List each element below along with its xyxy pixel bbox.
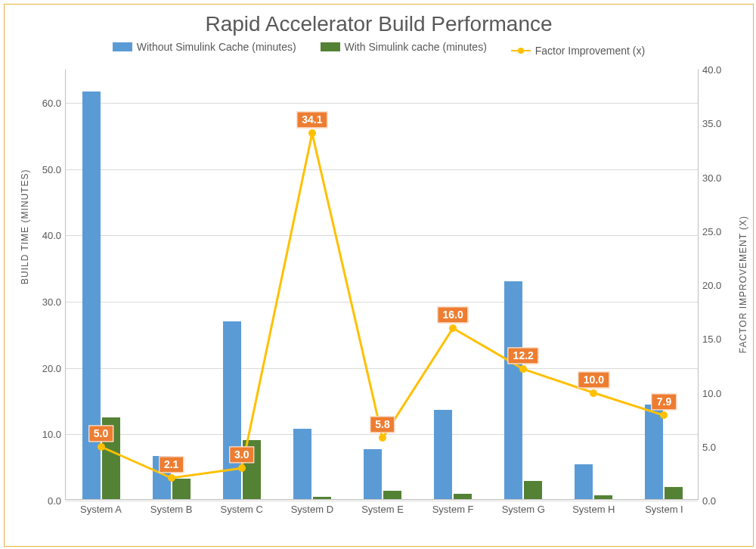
legend-item-factor: Factor Improvement (x)	[511, 45, 645, 57]
legend-item-without: Without Simulink Cache (minutes)	[113, 41, 296, 53]
plot-area: 0.010.020.030.040.050.060.00.05.010.015.…	[65, 69, 699, 500]
chart-title: Rapid Accelerator Build Performance	[5, 12, 753, 36]
swatch-with	[321, 42, 340, 51]
y-tick-right: 40.0	[702, 64, 733, 76]
factor-marker	[168, 474, 175, 482]
swatch-without	[113, 42, 132, 51]
factor-data-label: 10.0	[578, 371, 609, 388]
legend-label-without: Without Simulink Cache (minutes)	[137, 41, 296, 53]
legend: Without Simulink Cache (minutes) With Si…	[5, 41, 753, 57]
x-tick: System A	[80, 504, 122, 515]
factor-data-label: 7.9	[652, 394, 677, 411]
factor-data-label: 34.1	[296, 111, 327, 128]
factor-data-label: 5.8	[370, 417, 395, 433]
x-tick: System D	[291, 504, 333, 515]
x-tick: System B	[150, 504, 193, 515]
factor-marker	[308, 129, 316, 137]
y-axis-left-label: BUILD TIME (MINUTES)	[20, 169, 30, 284]
y-tick-left: 60.0	[31, 97, 61, 108]
x-tick: System E	[361, 504, 404, 515]
gridline	[66, 501, 698, 501]
factor-marker	[98, 443, 105, 451]
legend-label-factor: Factor Improvement (x)	[535, 45, 645, 57]
factor-data-label: 5.0	[88, 425, 113, 442]
factor-marker	[590, 389, 597, 397]
x-tick: System C	[221, 504, 263, 515]
factor-marker	[238, 464, 246, 472]
x-tick: System H	[572, 504, 615, 515]
y-tick-right: 20.0	[702, 280, 733, 291]
x-tick: System I	[645, 504, 683, 515]
y-tick-right: 15.0	[702, 333, 733, 345]
y-tick-right: 35.0	[702, 118, 733, 129]
y-tick-left: 20.0	[31, 362, 61, 374]
y-tick-left: 50.0	[31, 163, 61, 175]
factor-data-label: 12.2	[508, 348, 539, 364]
legend-item-with: With Simulink cache (minutes)	[321, 41, 487, 53]
y-tick-right: 5.0	[702, 441, 733, 452]
legend-label-with: With Simulink cache (minutes)	[345, 41, 487, 53]
factor-data-label: 2.1	[159, 456, 184, 473]
factor-data-label: 16.0	[437, 306, 468, 323]
x-tick: System F	[432, 504, 474, 515]
swatch-factor	[511, 50, 531, 51]
y-tick-right: 30.0	[702, 172, 733, 183]
chart-frame: Rapid Accelerator Build Performance With…	[4, 4, 754, 547]
y-tick-left: 10.0	[31, 429, 61, 440]
factor-data-label: 3.0	[229, 447, 254, 464]
y-tick-left: 30.0	[31, 296, 61, 307]
y-tick-left: 0.0	[31, 495, 61, 507]
y-tick-right: 25.0	[702, 225, 733, 237]
legend-dot-icon	[518, 48, 524, 54]
x-tick: System G	[502, 504, 545, 515]
y-tick-right: 10.0	[702, 387, 733, 399]
y-axis-right-label: FACTOR IMPROVEMENT (X)	[738, 216, 748, 353]
y-tick-right: 0.0	[702, 495, 733, 507]
y-tick-left: 40.0	[31, 230, 61, 241]
